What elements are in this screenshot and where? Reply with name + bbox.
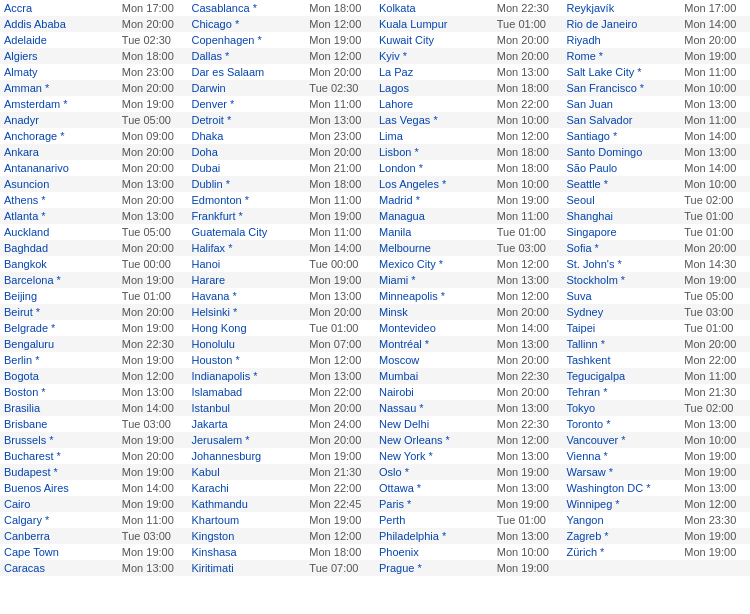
city-link[interactable]: Casablanca *	[191, 2, 256, 14]
city-link[interactable]: New Orleans *	[379, 434, 450, 446]
city-link[interactable]: Bucharest *	[4, 450, 61, 462]
city-link[interactable]: Lagos	[379, 82, 409, 94]
city-link[interactable]: Perth	[379, 514, 405, 526]
city-link[interactable]: Jerusalem *	[191, 434, 249, 446]
city-link[interactable]: Kuwait City	[379, 34, 434, 46]
city-link[interactable]: Madrid *	[379, 194, 420, 206]
city-link[interactable]: Baghdad	[4, 242, 48, 254]
city-link[interactable]: Frankfurt *	[191, 210, 242, 222]
city-link[interactable]: Shanghai	[566, 210, 613, 222]
city-link[interactable]: Philadelphia *	[379, 530, 446, 542]
city-link[interactable]: Bangkok	[4, 258, 47, 270]
city-link[interactable]: Canberra	[4, 530, 50, 542]
city-link[interactable]: Dar es Salaam	[191, 66, 264, 78]
city-link[interactable]: Kyiv *	[379, 50, 407, 62]
city-link[interactable]: Melbourne	[379, 242, 431, 254]
city-link[interactable]: Boston *	[4, 386, 46, 398]
city-link[interactable]: Almaty	[4, 66, 38, 78]
city-link[interactable]: Miami *	[379, 274, 416, 286]
city-link[interactable]: Brasilia	[4, 402, 40, 414]
city-link[interactable]: Havana *	[191, 290, 236, 302]
city-link[interactable]: Houston *	[191, 354, 239, 366]
city-link[interactable]: New York *	[379, 450, 433, 462]
city-link[interactable]: Minsk	[379, 306, 408, 318]
city-link[interactable]: Asuncion	[4, 178, 49, 190]
city-link[interactable]: Auckland	[4, 226, 49, 238]
city-link[interactable]: Cairo	[4, 498, 30, 510]
city-link[interactable]: Istanbul	[191, 402, 230, 414]
city-link[interactable]: Lima	[379, 130, 403, 142]
city-link[interactable]: Prague *	[379, 562, 422, 574]
city-link[interactable]: Athens *	[4, 194, 46, 206]
city-link[interactable]: Denver *	[191, 98, 234, 110]
city-link[interactable]: Yangon	[566, 514, 603, 526]
city-link[interactable]: Warsaw *	[566, 466, 613, 478]
city-link[interactable]: Rio de Janeiro	[566, 18, 637, 30]
city-link[interactable]: Beijing	[4, 290, 37, 302]
city-link[interactable]: Ankara	[4, 146, 39, 158]
city-link[interactable]: Bengaluru	[4, 338, 54, 350]
city-link[interactable]: Jakarta	[191, 418, 227, 430]
city-link[interactable]: Caracas	[4, 562, 45, 574]
city-link[interactable]: Seattle *	[566, 178, 608, 190]
city-link[interactable]: Khartoum	[191, 514, 239, 526]
city-link[interactable]: New Delhi	[379, 418, 429, 430]
city-link[interactable]: Darwin	[191, 82, 225, 94]
city-link[interactable]: Manila	[379, 226, 411, 238]
city-link[interactable]: Kuala Lumpur	[379, 18, 448, 30]
city-link[interactable]: Los Angeles *	[379, 178, 446, 190]
city-link[interactable]: Antananarivo	[4, 162, 69, 174]
city-link[interactable]: Amman *	[4, 82, 49, 94]
city-link[interactable]: Accra	[4, 2, 32, 14]
city-link[interactable]: Dhaka	[191, 130, 223, 142]
city-link[interactable]: Zagreb *	[566, 530, 608, 542]
city-link[interactable]: Edmonton *	[191, 194, 248, 206]
city-link[interactable]: Seoul	[566, 194, 594, 206]
city-link[interactable]: Tehran *	[566, 386, 607, 398]
city-link[interactable]: Kolkata	[379, 2, 416, 14]
city-link[interactable]: Guatemala City	[191, 226, 267, 238]
city-link[interactable]: Detroit *	[191, 114, 231, 126]
city-link[interactable]: Taipei	[566, 322, 595, 334]
city-link[interactable]: Harare	[191, 274, 225, 286]
city-link[interactable]: Karachi	[191, 482, 228, 494]
city-link[interactable]: Dallas *	[191, 50, 229, 62]
city-link[interactable]: Anchorage *	[4, 130, 65, 142]
city-link[interactable]: San Francisco *	[566, 82, 644, 94]
city-link[interactable]: Johannesburg	[191, 450, 261, 462]
city-link[interactable]: Santiago *	[566, 130, 617, 142]
city-link[interactable]: São Paulo	[566, 162, 617, 174]
city-link[interactable]: Lisbon *	[379, 146, 419, 158]
city-link[interactable]: Tallinn *	[566, 338, 605, 350]
city-link[interactable]: Indianapolis *	[191, 370, 257, 382]
city-link[interactable]: Lahore	[379, 98, 413, 110]
city-link[interactable]: Tokyo	[566, 402, 595, 414]
city-link[interactable]: Montréal *	[379, 338, 429, 350]
city-link[interactable]: Hong Kong	[191, 322, 246, 334]
city-link[interactable]: Chicago *	[191, 18, 239, 30]
city-link[interactable]: Nassau *	[379, 402, 424, 414]
city-link[interactable]: Adelaide	[4, 34, 47, 46]
city-link[interactable]: Kabul	[191, 466, 219, 478]
city-link[interactable]: Helsinki *	[191, 306, 237, 318]
city-link[interactable]: Phoenix	[379, 546, 419, 558]
city-link[interactable]: London *	[379, 162, 423, 174]
city-link[interactable]: Minneapolis *	[379, 290, 445, 302]
city-link[interactable]: Addis Ababa	[4, 18, 66, 30]
city-link[interactable]: Brisbane	[4, 418, 47, 430]
city-link[interactable]: Stockholm *	[566, 274, 625, 286]
city-link[interactable]: Managua	[379, 210, 425, 222]
city-link[interactable]: Amsterdam *	[4, 98, 68, 110]
city-link[interactable]: Berlin *	[4, 354, 39, 366]
city-link[interactable]: Suva	[566, 290, 591, 302]
city-link[interactable]: Kathmandu	[191, 498, 247, 510]
city-link[interactable]: Cape Town	[4, 546, 59, 558]
city-link[interactable]: Tegucigalpa	[566, 370, 625, 382]
city-link[interactable]: Oslo *	[379, 466, 409, 478]
city-link[interactable]: Washington DC *	[566, 482, 650, 494]
city-link[interactable]: Sydney	[566, 306, 603, 318]
city-link[interactable]: Ottawa *	[379, 482, 421, 494]
city-link[interactable]: Montevideo	[379, 322, 436, 334]
city-link[interactable]: Bogota	[4, 370, 39, 382]
city-link[interactable]: Beirut *	[4, 306, 40, 318]
